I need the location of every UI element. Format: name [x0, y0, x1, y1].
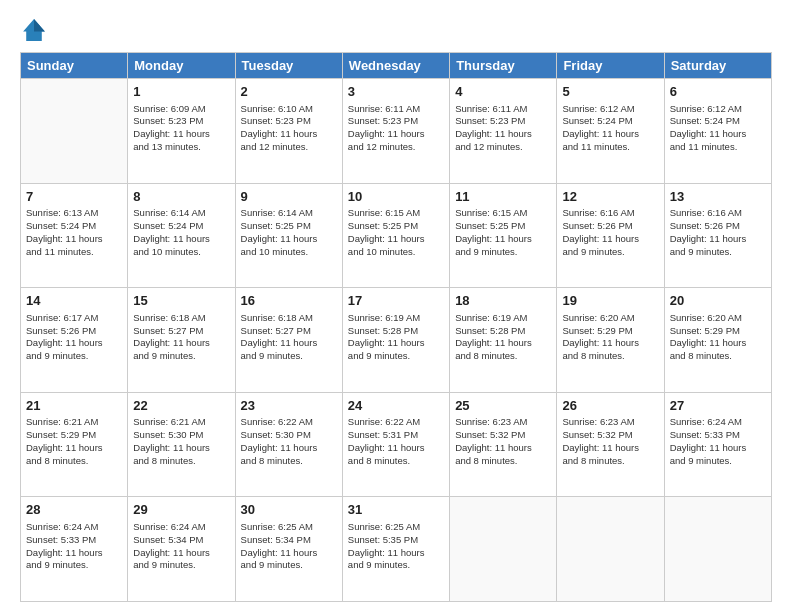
day-info: Sunrise: 6:12 AM Sunset: 5:24 PM Dayligh… — [670, 103, 766, 154]
day-info: Sunrise: 6:14 AM Sunset: 5:24 PM Dayligh… — [133, 207, 229, 258]
table-row: 9Sunrise: 6:14 AM Sunset: 5:25 PM Daylig… — [235, 183, 342, 288]
table-row: 19Sunrise: 6:20 AM Sunset: 5:29 PM Dayli… — [557, 288, 664, 393]
day-number: 13 — [670, 188, 766, 206]
day-info: Sunrise: 6:24 AM Sunset: 5:33 PM Dayligh… — [670, 416, 766, 467]
day-info: Sunrise: 6:25 AM Sunset: 5:34 PM Dayligh… — [241, 521, 337, 572]
col-sunday: Sunday — [21, 53, 128, 79]
page: Sunday Monday Tuesday Wednesday Thursday… — [0, 0, 792, 612]
table-row: 8Sunrise: 6:14 AM Sunset: 5:24 PM Daylig… — [128, 183, 235, 288]
table-row: 14Sunrise: 6:17 AM Sunset: 5:26 PM Dayli… — [21, 288, 128, 393]
table-row — [664, 497, 771, 602]
day-info: Sunrise: 6:19 AM Sunset: 5:28 PM Dayligh… — [348, 312, 444, 363]
day-number: 25 — [455, 397, 551, 415]
day-info: Sunrise: 6:14 AM Sunset: 5:25 PM Dayligh… — [241, 207, 337, 258]
day-info: Sunrise: 6:19 AM Sunset: 5:28 PM Dayligh… — [455, 312, 551, 363]
table-row: 12Sunrise: 6:16 AM Sunset: 5:26 PM Dayli… — [557, 183, 664, 288]
table-row: 22Sunrise: 6:21 AM Sunset: 5:30 PM Dayli… — [128, 392, 235, 497]
table-row: 10Sunrise: 6:15 AM Sunset: 5:25 PM Dayli… — [342, 183, 449, 288]
table-row: 28Sunrise: 6:24 AM Sunset: 5:33 PM Dayli… — [21, 497, 128, 602]
day-number: 16 — [241, 292, 337, 310]
header — [20, 16, 772, 44]
table-row: 18Sunrise: 6:19 AM Sunset: 5:28 PM Dayli… — [450, 288, 557, 393]
table-row: 15Sunrise: 6:18 AM Sunset: 5:27 PM Dayli… — [128, 288, 235, 393]
day-number: 27 — [670, 397, 766, 415]
col-monday: Monday — [128, 53, 235, 79]
day-number: 4 — [455, 83, 551, 101]
day-number: 19 — [562, 292, 658, 310]
day-number: 26 — [562, 397, 658, 415]
table-row: 21Sunrise: 6:21 AM Sunset: 5:29 PM Dayli… — [21, 392, 128, 497]
day-info: Sunrise: 6:16 AM Sunset: 5:26 PM Dayligh… — [562, 207, 658, 258]
day-info: Sunrise: 6:21 AM Sunset: 5:29 PM Dayligh… — [26, 416, 122, 467]
table-row: 20Sunrise: 6:20 AM Sunset: 5:29 PM Dayli… — [664, 288, 771, 393]
day-info: Sunrise: 6:15 AM Sunset: 5:25 PM Dayligh… — [348, 207, 444, 258]
table-row: 7Sunrise: 6:13 AM Sunset: 5:24 PM Daylig… — [21, 183, 128, 288]
logo — [20, 16, 52, 44]
day-number: 12 — [562, 188, 658, 206]
day-info: Sunrise: 6:22 AM Sunset: 5:31 PM Dayligh… — [348, 416, 444, 467]
table-row: 23Sunrise: 6:22 AM Sunset: 5:30 PM Dayli… — [235, 392, 342, 497]
day-number: 20 — [670, 292, 766, 310]
table-row: 26Sunrise: 6:23 AM Sunset: 5:32 PM Dayli… — [557, 392, 664, 497]
day-info: Sunrise: 6:18 AM Sunset: 5:27 PM Dayligh… — [133, 312, 229, 363]
day-info: Sunrise: 6:23 AM Sunset: 5:32 PM Dayligh… — [562, 416, 658, 467]
table-row: 29Sunrise: 6:24 AM Sunset: 5:34 PM Dayli… — [128, 497, 235, 602]
day-info: Sunrise: 6:18 AM Sunset: 5:27 PM Dayligh… — [241, 312, 337, 363]
day-number: 3 — [348, 83, 444, 101]
day-number: 18 — [455, 292, 551, 310]
day-number: 23 — [241, 397, 337, 415]
table-row: 2Sunrise: 6:10 AM Sunset: 5:23 PM Daylig… — [235, 79, 342, 184]
day-number: 9 — [241, 188, 337, 206]
day-number: 1 — [133, 83, 229, 101]
day-info: Sunrise: 6:22 AM Sunset: 5:30 PM Dayligh… — [241, 416, 337, 467]
day-info: Sunrise: 6:11 AM Sunset: 5:23 PM Dayligh… — [455, 103, 551, 154]
day-number: 29 — [133, 501, 229, 519]
day-number: 8 — [133, 188, 229, 206]
table-row — [450, 497, 557, 602]
day-number: 14 — [26, 292, 122, 310]
table-row: 24Sunrise: 6:22 AM Sunset: 5:31 PM Dayli… — [342, 392, 449, 497]
day-number: 24 — [348, 397, 444, 415]
table-row: 5Sunrise: 6:12 AM Sunset: 5:24 PM Daylig… — [557, 79, 664, 184]
day-info: Sunrise: 6:25 AM Sunset: 5:35 PM Dayligh… — [348, 521, 444, 572]
day-info: Sunrise: 6:15 AM Sunset: 5:25 PM Dayligh… — [455, 207, 551, 258]
table-row: 3Sunrise: 6:11 AM Sunset: 5:23 PM Daylig… — [342, 79, 449, 184]
day-number: 2 — [241, 83, 337, 101]
col-friday: Friday — [557, 53, 664, 79]
calendar-table: Sunday Monday Tuesday Wednesday Thursday… — [20, 52, 772, 602]
table-row: 30Sunrise: 6:25 AM Sunset: 5:34 PM Dayli… — [235, 497, 342, 602]
day-number: 22 — [133, 397, 229, 415]
calendar-week-row: 7Sunrise: 6:13 AM Sunset: 5:24 PM Daylig… — [21, 183, 772, 288]
table-row: 25Sunrise: 6:23 AM Sunset: 5:32 PM Dayli… — [450, 392, 557, 497]
day-info: Sunrise: 6:17 AM Sunset: 5:26 PM Dayligh… — [26, 312, 122, 363]
table-row — [21, 79, 128, 184]
table-row: 4Sunrise: 6:11 AM Sunset: 5:23 PM Daylig… — [450, 79, 557, 184]
col-tuesday: Tuesday — [235, 53, 342, 79]
day-info: Sunrise: 6:13 AM Sunset: 5:24 PM Dayligh… — [26, 207, 122, 258]
table-row: 1Sunrise: 6:09 AM Sunset: 5:23 PM Daylig… — [128, 79, 235, 184]
table-row: 31Sunrise: 6:25 AM Sunset: 5:35 PM Dayli… — [342, 497, 449, 602]
day-number: 17 — [348, 292, 444, 310]
calendar-week-row: 21Sunrise: 6:21 AM Sunset: 5:29 PM Dayli… — [21, 392, 772, 497]
day-number: 28 — [26, 501, 122, 519]
day-number: 15 — [133, 292, 229, 310]
table-row: 16Sunrise: 6:18 AM Sunset: 5:27 PM Dayli… — [235, 288, 342, 393]
day-info: Sunrise: 6:20 AM Sunset: 5:29 PM Dayligh… — [562, 312, 658, 363]
calendar-week-row: 14Sunrise: 6:17 AM Sunset: 5:26 PM Dayli… — [21, 288, 772, 393]
col-saturday: Saturday — [664, 53, 771, 79]
day-info: Sunrise: 6:21 AM Sunset: 5:30 PM Dayligh… — [133, 416, 229, 467]
day-info: Sunrise: 6:20 AM Sunset: 5:29 PM Dayligh… — [670, 312, 766, 363]
day-number: 5 — [562, 83, 658, 101]
day-number: 21 — [26, 397, 122, 415]
day-number: 11 — [455, 188, 551, 206]
calendar-week-row: 1Sunrise: 6:09 AM Sunset: 5:23 PM Daylig… — [21, 79, 772, 184]
table-row: 11Sunrise: 6:15 AM Sunset: 5:25 PM Dayli… — [450, 183, 557, 288]
day-info: Sunrise: 6:24 AM Sunset: 5:33 PM Dayligh… — [26, 521, 122, 572]
logo-icon — [20, 16, 48, 44]
day-info: Sunrise: 6:11 AM Sunset: 5:23 PM Dayligh… — [348, 103, 444, 154]
day-info: Sunrise: 6:09 AM Sunset: 5:23 PM Dayligh… — [133, 103, 229, 154]
table-row: 17Sunrise: 6:19 AM Sunset: 5:28 PM Dayli… — [342, 288, 449, 393]
day-info: Sunrise: 6:23 AM Sunset: 5:32 PM Dayligh… — [455, 416, 551, 467]
day-number: 7 — [26, 188, 122, 206]
day-info: Sunrise: 6:12 AM Sunset: 5:24 PM Dayligh… — [562, 103, 658, 154]
